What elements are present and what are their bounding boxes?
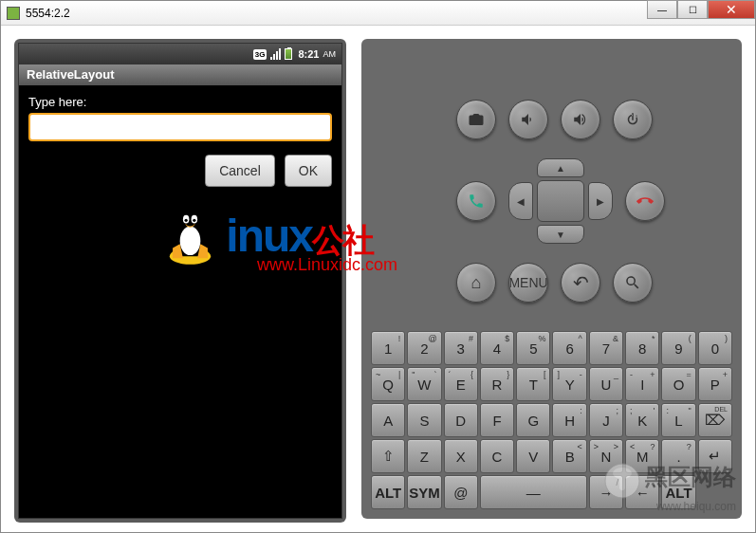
volume-up-button[interactable] <box>561 100 600 139</box>
button-row: Cancel OK <box>28 155 332 187</box>
key-←[interactable]: ,← <box>625 475 659 509</box>
key-y[interactable]: ]-Y <box>552 367 586 401</box>
key-z[interactable]: Z <box>407 439 441 473</box>
key-l[interactable]: :"L <box>661 403 695 437</box>
phone-frame: 3G 8:21 AM RelativeLayout Type here: Can… <box>14 39 346 523</box>
key-sym[interactable]: SYM <box>407 475 441 509</box>
dpad-left[interactable]: ◀ <box>508 182 533 220</box>
key-v[interactable]: V <box>516 439 550 473</box>
key-w[interactable]: "`W <box>407 367 441 401</box>
key-↵[interactable]: ↵ <box>698 439 732 473</box>
power-button[interactable] <box>613 100 653 139</box>
key-5[interactable]: %5 <box>516 331 550 365</box>
key-c[interactable]: C <box>480 439 514 473</box>
hardware-controls: ▲ ▼ ◀ ▶ ⌂ MENU ↶ <box>371 48 732 331</box>
key-x[interactable]: X <box>444 439 478 473</box>
ok-button[interactable]: OK <box>285 155 332 187</box>
end-call-button[interactable] <box>625 181 665 221</box>
minimize-button[interactable]: — <box>647 0 677 19</box>
key-0[interactable]: )0 <box>698 331 732 365</box>
key-alt[interactable]: ALT <box>371 475 405 509</box>
key-4[interactable]: $4 <box>480 331 514 365</box>
key-.[interactable]: ?. <box>661 439 695 473</box>
key-@[interactable]: @ <box>444 475 478 509</box>
camera-button[interactable] <box>456 100 496 139</box>
search-button[interactable] <box>613 263 653 303</box>
key-6[interactable]: ^6 <box>552 331 586 365</box>
emulator-window: 5554:2.2 — ☐ ✕ 3G 8:21 AM RelativeLayout… <box>0 0 756 533</box>
volume-down-button[interactable] <box>508 100 548 139</box>
key-b[interactable]: <B <box>552 439 586 473</box>
network-icon: 3G <box>253 49 267 60</box>
key-d[interactable]: D <box>444 403 478 437</box>
dpad-center[interactable] <box>537 180 584 222</box>
key-7[interactable]: &7 <box>589 331 623 365</box>
key-k[interactable]: ;'K <box>625 403 659 437</box>
key-n[interactable]: >>N <box>589 439 623 473</box>
call-button[interactable] <box>456 181 496 221</box>
key-1[interactable]: !1 <box>371 331 405 365</box>
dpad-up[interactable]: ▲ <box>537 158 584 177</box>
key-a[interactable]: A <box>371 403 405 437</box>
key-s[interactable]: S <box>407 403 441 437</box>
app-title: RelativeLayout <box>19 64 341 85</box>
cancel-button[interactable]: Cancel <box>205 155 275 187</box>
window-title: 5554:2.2 <box>26 7 755 20</box>
home-button[interactable]: ⌂ <box>456 263 496 303</box>
key-e[interactable]: ´{E <box>444 367 478 401</box>
key-del[interactable]: DEL⌦ <box>698 403 732 437</box>
key-t[interactable]: [T <box>516 367 550 401</box>
key-r[interactable]: }R <box>480 367 514 401</box>
phone-screen: 3G 8:21 AM RelativeLayout Type here: Can… <box>18 43 342 519</box>
dpad: ▲ ▼ ◀ ▶ <box>508 158 613 244</box>
titlebar: 5554:2.2 — ☐ ✕ <box>1 1 755 26</box>
key-i[interactable]: -+I <box>625 367 659 401</box>
close-button[interactable]: ✕ <box>708 0 755 19</box>
key-p[interactable]: +P <box>698 367 732 401</box>
controls-panel: ▲ ▼ ◀ ▶ ⌂ MENU ↶ !1@2#3$4%5^6&7*8(9)0~|Q… <box>361 39 742 519</box>
app-body: Type here: Cancel OK <box>19 85 341 518</box>
back-button[interactable]: ↶ <box>561 263 600 303</box>
menu-button[interactable]: MENU <box>508 263 548 303</box>
key-space[interactable]: — <box>480 475 587 509</box>
text-input[interactable] <box>28 113 332 141</box>
signal-icon <box>270 48 281 60</box>
maximize-button[interactable]: ☐ <box>677 0 708 19</box>
key-→[interactable]: /→ <box>589 475 623 509</box>
key-9[interactable]: (9 <box>661 331 695 365</box>
key-2[interactable]: @2 <box>407 331 441 365</box>
battery-icon <box>285 48 292 60</box>
key-j[interactable]: ;J <box>589 403 623 437</box>
key-8[interactable]: *8 <box>625 331 659 365</box>
dpad-down[interactable]: ▼ <box>537 225 584 244</box>
key-h[interactable]: :H <box>552 403 586 437</box>
input-label: Type here: <box>28 95 332 109</box>
dpad-right[interactable]: ▶ <box>588 182 613 220</box>
clock-time: 8:21 <box>298 48 319 60</box>
key-f[interactable]: F <box>480 403 514 437</box>
window-controls: — ☐ ✕ <box>647 0 755 19</box>
key-o[interactable]: =O <box>661 367 695 401</box>
key-u[interactable]: _U <box>589 367 623 401</box>
window-icon <box>7 7 20 20</box>
key-g[interactable]: G <box>516 403 550 437</box>
key-⇧[interactable]: ⇧ <box>371 439 405 473</box>
keyboard: !1@2#3$4%5^6&7*8(9)0~|Q"`W´{E}R[T]-Y_U-+… <box>371 331 732 509</box>
key-q[interactable]: ~|Q <box>371 367 405 401</box>
key-3[interactable]: #3 <box>444 331 478 365</box>
content-area: 3G 8:21 AM RelativeLayout Type here: Can… <box>1 26 755 532</box>
key-m[interactable]: <?M <box>625 439 659 473</box>
clock-ampm: AM <box>323 49 337 59</box>
status-bar: 3G 8:21 AM <box>19 44 341 64</box>
key-alt[interactable]: ALT <box>661 475 695 509</box>
